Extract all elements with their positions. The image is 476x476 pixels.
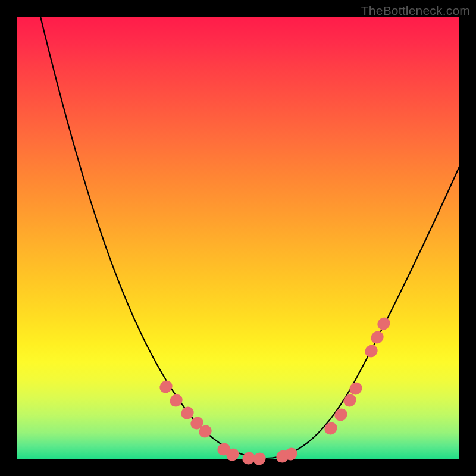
chart-svg bbox=[17, 17, 459, 459]
curve-marker bbox=[250, 450, 268, 467]
curve-marker bbox=[157, 378, 175, 395]
curve-marker bbox=[322, 419, 340, 437]
curve-marker bbox=[368, 328, 386, 346]
curve-marker bbox=[167, 392, 185, 409]
watermark-text: TheBottleneck.com bbox=[361, 4, 470, 18]
chart-frame bbox=[17, 17, 459, 459]
curve-marker bbox=[362, 342, 380, 359]
curve-marker bbox=[332, 406, 350, 423]
curve-markers bbox=[157, 315, 393, 467]
bottleneck-curve bbox=[40, 17, 459, 458]
curve-marker bbox=[375, 315, 393, 332]
